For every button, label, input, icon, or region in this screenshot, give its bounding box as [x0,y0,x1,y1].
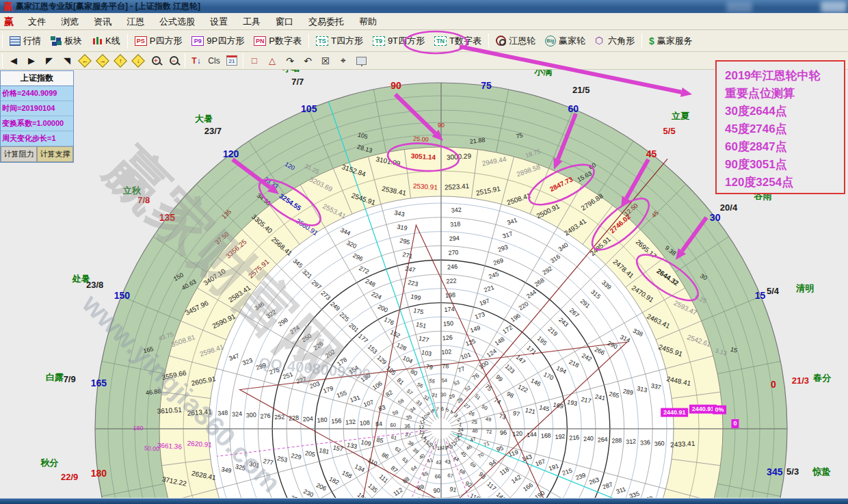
tool-pan-right-diamond[interactable]: → [94,53,111,68]
tool-close-box[interactable]: ☒ [317,53,334,68]
toolbar-button-quotes[interactable]: 行情 [5,33,46,49]
tool-calendar[interactable]: 21 [224,53,240,68]
spiral-number: 85 [376,436,384,445]
pan-down-diamond-icon: ↓ [131,54,145,68]
menu-logo-icon: 赢 [0,16,21,28]
tool-nav-first[interactable]: ◀ [5,53,22,68]
spiral-number: 294 [449,235,460,242]
spiral-number: 97 [512,410,520,418]
spiral-number: 30 [440,391,447,398]
tool-t-adjust[interactable]: T↓ [188,53,204,68]
tool-draw-triangle[interactable]: △ [264,53,280,68]
menu-item-6[interactable]: 设置 [202,14,235,30]
toolbar-separator [243,53,243,68]
outer-angle-label: 345 [767,466,783,477]
spiral-number: 43 [445,458,451,465]
tool-zoom-in[interactable]: + [148,53,164,68]
menu-item-3[interactable]: 资讯 [86,14,119,30]
candle [100,39,102,44]
outer-angle-label: 180 [91,468,107,479]
spiral-number: 90 [433,487,440,494]
toolbar-button-hexagon[interactable]: ⬡六角形 [590,33,639,49]
spiral-number: 192 [555,433,566,440]
toolbar-separator [2,53,3,68]
toolbar-button-gann-wheel[interactable]: 江恩轮 [491,33,540,49]
solar-term-label: 处暑 [71,274,90,284]
calc-support-button[interactable]: 计算支撑 [37,146,73,162]
tool-rotate-step-left[interactable]: ◤ [41,53,57,68]
rotate-step-left-icon: ◤ [46,55,53,66]
outer-angle-label: 60 [568,103,579,114]
menu-item-1[interactable]: 文件 [21,14,53,30]
toolbar-button-kline[interactable]: K线 [87,33,125,49]
solar-term-label: 大暑 [195,114,213,124]
calc-resistance-button[interactable]: 计算阻力 [1,146,37,162]
toolbar-button-winner-wheel[interactable]: Big赢家轮 [540,33,590,49]
draw-triangle-icon: △ [269,55,276,66]
menu-item-10[interactable]: 帮助 [352,14,384,30]
date-label: 5/5 [663,126,676,136]
tool-center-focus[interactable]: ⌖ [335,53,352,68]
highlight-cell-value: 2440.91 [692,406,715,412]
t-square-badge-icon: TS [316,36,328,46]
spiral-number: 36 [404,423,410,429]
winner-wheel-icon: Big [545,36,556,47]
spiral-number: 91 [449,486,458,494]
title-bar: 赢 赢家江恩专业版[赢家服务平台] - [上证指数 江恩轮] [0,0,848,14]
tool-cls-button[interactable]: Cls [206,53,222,68]
spiral-number: 60 [390,422,396,429]
toolbar-button-winner-service[interactable]: $赢家服务 [644,33,698,49]
menu-item-5[interactable]: 公式选股 [152,14,202,30]
menu-bar: 赢 文件浏览资讯江恩公式选股设置工具窗口交易委托帮助 [0,14,848,30]
solar-term-label: 白露 [46,372,64,382]
spiral-number: 240 [583,435,594,442]
tool-pan-up-diamond[interactable]: ↑ [112,53,129,68]
toolbar-button-p-square[interactable]: PSP四方形 [130,33,187,49]
toolbar-button-t-square[interactable]: TST四方形 [311,33,368,49]
menu-item-2[interactable]: 浏览 [53,14,86,30]
spiral-number: 78 [442,362,449,370]
tool-presentation[interactable] [353,53,369,68]
tool-rotate-step-right[interactable]: ◥ [59,53,75,68]
outer-angle-label: 15 [755,290,766,301]
zoom-out-icon: − [170,56,178,65]
tool-nav-last[interactable]: ▶ [23,53,40,68]
menu-item-9[interactable]: 交易委托 [301,14,352,30]
tool-pan-left-diamond[interactable]: ← [77,53,93,68]
toolbar-label-p-square: P四方形 [150,35,183,47]
annotation-line-4: 45度2746点 [725,120,840,138]
arrow-glyph: ↑ [119,57,122,64]
toolbar-button-9t-square[interactable]: T99T四方形 [368,33,429,49]
pan-up-diamond-icon: ↑ [114,54,127,68]
tool-pan-down-diamond[interactable]: ↓ [130,53,146,68]
toolbar-label-t-number-table: T数字表 [449,35,481,47]
pan-left-diamond-icon: ← [78,54,92,68]
toolbar-label-9p-square: 9P四方形 [207,35,244,47]
toolbar-button-t-number-table[interactable]: TNT数字表 [429,33,486,49]
menu-item-4[interactable]: 江恩 [119,14,152,30]
toolbar-button-p-number-table[interactable]: PNP数字表 [249,33,306,49]
menu-item-8[interactable]: 窗口 [268,14,301,30]
arrow-glyph: ↓ [137,57,140,64]
toolbar-button-sectors[interactable]: 板块 [46,33,87,49]
toolbar-button-9p-square[interactable]: P99P四方形 [187,33,249,49]
tool-rotate-ccw[interactable]: ↶ [300,53,316,68]
spiral-number: 67 [447,472,454,479]
tool-rotate-cw[interactable]: ↷ [282,53,298,68]
window-close-blur[interactable] [821,1,847,12]
spiral-number: 102 [441,348,452,356]
tool-zoom-out[interactable]: − [165,53,182,68]
annotation-line-3: 30度2644点 [725,103,840,120]
tool-draw-square[interactable]: □ [246,53,263,68]
window-title: 赢家江恩专业版[赢家服务平台] - [上证指数 江恩轮] [16,1,200,12]
spiral-number: 276 [260,412,271,420]
index-info-panel: 上证指数 价格=2440.9099时间=20190104变换系数=1.00000… [0,70,74,163]
menu-item-7[interactable]: 工具 [235,14,268,30]
annotation-line-1: 2019年江恩轮中轮 [725,67,840,85]
spiral-number: 222 [446,277,457,284]
outer-angle-label: 75 [481,80,492,91]
spiral-number: 120 [512,430,523,438]
toolbar-label-hexagon: 六角形 [608,35,635,47]
spiral-number: 54 [441,377,447,384]
spiral-number: 42 [436,459,442,466]
